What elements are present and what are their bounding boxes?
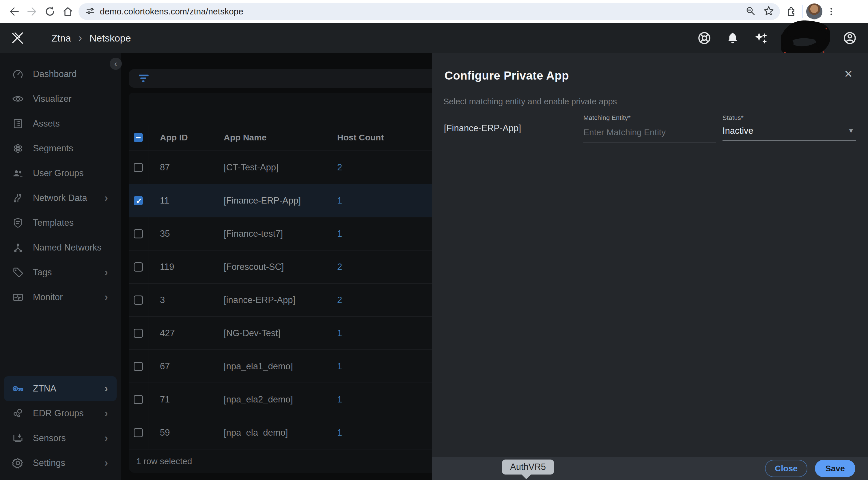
ztna-key-icon <box>11 382 24 395</box>
host-count-link[interactable]: 1 <box>337 196 342 206</box>
host-count-link[interactable]: 1 <box>337 361 342 371</box>
table-row-selected[interactable]: 11 [Finance-ERP-App] 1 <box>129 184 432 217</box>
sidebar-item-label: Monitor <box>33 292 63 302</box>
forward-icon[interactable] <box>23 3 41 21</box>
sidebar-item-monitor[interactable]: Monitor › <box>0 285 121 310</box>
row-checkbox[interactable] <box>134 296 143 305</box>
breadcrumb-chevron-icon: › <box>79 32 82 44</box>
sidebar-item-tags[interactable]: Tags › <box>0 260 121 285</box>
row-checkbox[interactable] <box>134 395 143 404</box>
matching-entity-input[interactable] <box>583 126 716 142</box>
host-count-link[interactable]: 1 <box>337 229 342 239</box>
zoom-out-icon[interactable] <box>745 6 756 17</box>
templates-shield-icon <box>11 216 24 229</box>
table-row[interactable]: 119 [Forescout-SC] 2 <box>129 250 432 283</box>
edr-groups-icon <box>11 407 24 420</box>
cell-app-name: [CT-Test-App] <box>218 162 330 173</box>
extensions-icon[interactable] <box>782 3 800 21</box>
row-checkbox[interactable] <box>134 196 143 205</box>
url-text[interactable]: demo.colortokens.com/ztna/netskope <box>100 7 745 16</box>
table-row[interactable]: 71 [npa_ela2_demo] 1 <box>129 383 432 416</box>
reload-icon[interactable] <box>41 3 59 21</box>
status-select[interactable]: Inactive ▼ <box>722 125 856 141</box>
selection-status: 1 row selected <box>129 449 432 473</box>
back-icon[interactable] <box>5 3 23 21</box>
column-header-host-count[interactable]: Host Count <box>330 133 432 142</box>
breadcrumb-netskope[interactable]: Netskope <box>90 33 131 44</box>
table-row[interactable]: 35 [Finance-test7] 1 <box>129 217 432 250</box>
host-count-link[interactable]: 2 <box>337 162 342 172</box>
chevron-right-icon: › <box>104 266 108 278</box>
cursor-label-tooltip: AuthVR5 <box>502 459 554 475</box>
host-count-link[interactable]: 1 <box>337 427 342 438</box>
sidebar-item-segments[interactable]: Segments <box>0 136 121 161</box>
sidebar-item-ztna[interactable]: ZTNA › <box>4 376 117 401</box>
segments-honeycomb-icon <box>11 142 24 155</box>
assets-list-icon <box>11 117 24 130</box>
table-row[interactable]: 427 [NG-Dev-Test] 1 <box>129 316 432 349</box>
table-row[interactable]: 67 [npa_ela1_demo] 1 <box>129 349 432 383</box>
sidebar-item-templates[interactable]: Templates <box>0 210 121 235</box>
sidebar-item-named-networks[interactable]: Named Networks <box>0 235 121 260</box>
row-checkbox[interactable] <box>134 262 143 272</box>
select-all-checkbox[interactable] <box>134 133 143 142</box>
colortokens-logo[interactable] <box>10 30 26 46</box>
account-circle-icon[interactable] <box>841 30 858 46</box>
sidebar-item-label: Assets <box>33 118 60 129</box>
sidebar-item-assets[interactable]: Assets <box>0 111 121 136</box>
sidebar-item-visualizer[interactable]: Visualizer <box>0 87 121 111</box>
sidebar-item-network-data[interactable]: Network Data › <box>0 186 121 210</box>
cell-app-name: [Forescout-SC] <box>218 262 330 272</box>
sidebar-item-edr-groups[interactable]: EDR Groups › <box>0 401 121 426</box>
row-checkbox[interactable] <box>134 229 143 238</box>
sidebar-item-label: User Groups <box>33 168 84 178</box>
table-row[interactable]: 87 [CT-Test-App] 2 <box>129 150 432 184</box>
sidebar-item-label: Network Data <box>33 193 87 203</box>
save-button[interactable]: Save <box>815 460 855 477</box>
home-icon[interactable] <box>59 3 77 21</box>
bookmark-star-icon[interactable] <box>763 5 774 18</box>
sidebar-collapse-button[interactable]: ‹ <box>110 58 122 70</box>
close-icon[interactable]: × <box>844 67 852 81</box>
column-header-app-name[interactable]: App Name <box>218 133 330 142</box>
sidebar-item-settings[interactable]: Settings › <box>0 451 121 475</box>
browser-profile-avatar[interactable] <box>806 3 823 20</box>
cell-app-name: [npa_ela1_demo] <box>218 361 330 372</box>
host-count-link[interactable]: 1 <box>337 395 342 405</box>
cell-app-id: 59 <box>148 427 218 438</box>
cell-app-name: [inance-ERP-App] <box>218 295 330 305</box>
sidebar-item-label: ZTNA <box>33 383 56 394</box>
address-bar[interactable]: demo.colortokens.com/ztna/netskope <box>79 3 780 20</box>
cell-app-id: 11 <box>148 196 218 206</box>
row-checkbox[interactable] <box>134 329 143 338</box>
close-button[interactable]: Close <box>765 460 807 477</box>
column-header-app-id[interactable]: App ID <box>148 133 218 142</box>
help-lifebuoy-icon[interactable] <box>696 30 713 46</box>
table-row[interactable]: 59 [npa_ela_demo] 1 <box>129 416 432 449</box>
tune-icon[interactable] <box>85 6 95 17</box>
row-checkbox[interactable] <box>134 163 143 172</box>
network-cable-icon <box>11 192 24 204</box>
filter-icon[interactable] <box>137 71 151 85</box>
apps-table: App ID App Name Host Count 87 [CT-Test-A… <box>129 93 432 473</box>
sidebar-item-label: Dashboard <box>33 69 77 79</box>
notifications-bell-icon[interactable] <box>724 30 741 46</box>
menu-kebab-icon[interactable] <box>823 3 840 21</box>
host-count-link[interactable]: 1 <box>337 328 342 338</box>
host-count-link[interactable]: 2 <box>337 262 342 272</box>
ai-sparkles-icon[interactable] <box>752 30 769 46</box>
table-header: App ID App Name Host Count <box>129 93 432 150</box>
table-row[interactable]: 3 [inance-ERP-App] 2 <box>129 283 432 316</box>
sidebar-item-dashboard[interactable]: Dashboard <box>0 62 121 87</box>
row-checkbox[interactable] <box>134 428 143 437</box>
cell-app-name: [Finance-ERP-App] <box>218 196 330 206</box>
app-header: Ztna › Netskope <box>0 23 868 53</box>
sidebar-item-label: Settings <box>33 458 65 468</box>
user-groups-icon <box>11 167 24 180</box>
row-checkbox[interactable] <box>134 362 143 371</box>
breadcrumb-ztna[interactable]: Ztna <box>51 33 71 44</box>
host-count-link[interactable]: 2 <box>337 295 342 305</box>
toolbar-separator <box>803 5 803 18</box>
sidebar-item-user-groups[interactable]: User Groups <box>0 161 121 186</box>
sidebar-item-sensors[interactable]: Sensors › <box>0 426 121 451</box>
